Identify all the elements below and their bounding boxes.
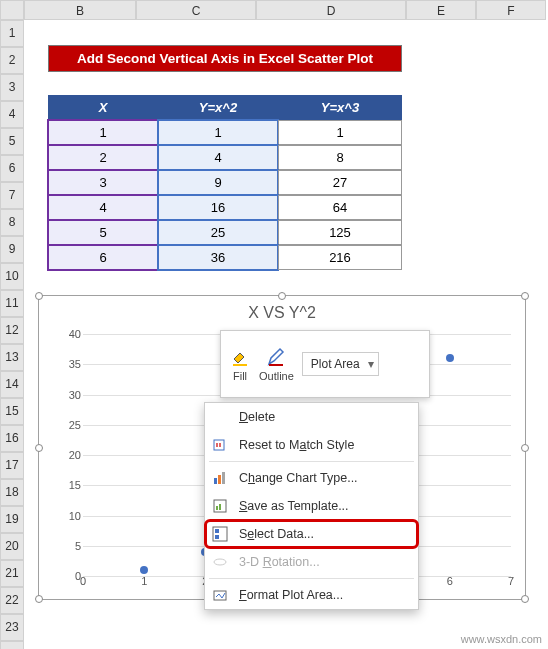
- menu-label: 3-D Rotation...: [239, 555, 320, 569]
- menu-label: Format Plot Area...: [239, 588, 343, 602]
- menu-item-delete[interactable]: Delete: [205, 403, 418, 431]
- row-header[interactable]: 1: [0, 20, 24, 47]
- row-header[interactable]: 7: [0, 182, 24, 209]
- col-header-c[interactable]: C: [136, 0, 256, 20]
- menu-item-format-plot-area[interactable]: Format Plot Area...: [205, 581, 418, 609]
- row-header[interactable]: 22: [0, 587, 24, 614]
- table-cell[interactable]: 4: [48, 195, 158, 220]
- row-header[interactable]: 10: [0, 263, 24, 290]
- watermark: www.wsxdn.com: [461, 633, 542, 645]
- y-tick-label: 40: [69, 328, 81, 340]
- chart-element-select[interactable]: Plot Area: [302, 352, 379, 376]
- table-cell[interactable]: 3: [48, 170, 158, 195]
- row-header[interactable]: 5: [0, 128, 24, 155]
- fill-label: Fill: [233, 370, 247, 382]
- table-cell[interactable]: 36: [158, 245, 278, 270]
- row-header[interactable]: 23: [0, 614, 24, 641]
- table-cell[interactable]: 27: [278, 170, 402, 195]
- table-cell[interactable]: 1: [48, 120, 158, 145]
- row-header[interactable]: 18: [0, 479, 24, 506]
- row-header[interactable]: 11: [0, 290, 24, 317]
- x-tick-label: 0: [80, 575, 86, 587]
- row-header[interactable]: 12: [0, 317, 24, 344]
- data-table: X Y=x^2 Y=x^3 111 248 3927 41664 525125 …: [48, 95, 402, 270]
- table-cell[interactable]: 125: [278, 220, 402, 245]
- table-cell[interactable]: 6: [48, 245, 158, 270]
- table-cell[interactable]: 216: [278, 245, 402, 270]
- data-point[interactable]: [446, 354, 454, 362]
- menu-item-change-chart-type[interactable]: Change Chart Type...: [205, 464, 418, 492]
- fill-button[interactable]: Fill: [229, 346, 251, 382]
- col-header-e[interactable]: E: [406, 0, 476, 20]
- row-header[interactable]: 3: [0, 74, 24, 101]
- y-tick-label: 35: [69, 358, 81, 370]
- outline-label: Outline: [259, 370, 294, 382]
- resize-handle[interactable]: [35, 444, 43, 452]
- row-header[interactable]: 8: [0, 209, 24, 236]
- svg-rect-7: [216, 506, 218, 510]
- row-header[interactable]: 13: [0, 344, 24, 371]
- menu-label: Reset to Match Style: [239, 438, 354, 452]
- resize-handle[interactable]: [278, 292, 286, 300]
- y-tick-label: 15: [69, 479, 81, 491]
- table-cell[interactable]: 16: [158, 195, 278, 220]
- resize-handle[interactable]: [521, 292, 529, 300]
- pen-icon: [265, 346, 287, 368]
- resize-handle[interactable]: [521, 595, 529, 603]
- table-cell[interactable]: 5: [48, 220, 158, 245]
- format-icon: [211, 586, 229, 604]
- row-header[interactable]: 14: [0, 371, 24, 398]
- menu-item-3d-rotation: 3-D Rotation...: [205, 548, 418, 576]
- table-cell[interactable]: 9: [158, 170, 278, 195]
- svg-rect-10: [215, 529, 219, 533]
- resize-handle[interactable]: [35, 595, 43, 603]
- y-tick-label: 30: [69, 389, 81, 401]
- chart-title[interactable]: X VS Y^2: [39, 296, 525, 326]
- row-header[interactable]: 2: [0, 47, 24, 74]
- resize-handle[interactable]: [521, 444, 529, 452]
- row-header[interactable]: 20: [0, 533, 24, 560]
- table-cell[interactable]: 4: [158, 145, 278, 170]
- col-header-b[interactable]: B: [24, 0, 136, 20]
- menu-item-reset-style[interactable]: Reset to Match Style: [205, 431, 418, 459]
- row-header[interactable]: 6: [0, 155, 24, 182]
- table-header-y3[interactable]: Y=x^3: [278, 95, 402, 120]
- menu-label: Change Chart Type...: [239, 471, 358, 485]
- menu-separator: [209, 461, 414, 462]
- row-header[interactable]: 4: [0, 101, 24, 128]
- col-header-f[interactable]: F: [476, 0, 546, 20]
- svg-rect-0: [233, 364, 247, 366]
- table-cell[interactable]: 8: [278, 145, 402, 170]
- resize-handle[interactable]: [35, 292, 43, 300]
- row-header[interactable]: 15: [0, 398, 24, 425]
- table-cell[interactable]: 25: [158, 220, 278, 245]
- menu-label: Delete: [239, 410, 275, 424]
- svg-rect-4: [218, 475, 221, 484]
- table-header-y2[interactable]: Y=x^2: [158, 95, 278, 120]
- outline-button[interactable]: Outline: [259, 346, 294, 382]
- row-header[interactable]: 9: [0, 236, 24, 263]
- table-cell[interactable]: 64: [278, 195, 402, 220]
- page-title-banner: Add Second Vertical Axis in Excel Scatte…: [48, 45, 402, 72]
- table-cell[interactable]: 1: [278, 120, 402, 145]
- menu-item-select-data[interactable]: Select Data...: [205, 520, 418, 548]
- row-header[interactable]: 21: [0, 560, 24, 587]
- menu-separator: [209, 578, 414, 579]
- table-cell[interactable]: 2: [48, 145, 158, 170]
- table-cell[interactable]: 1: [158, 120, 278, 145]
- row-header[interactable]: 19: [0, 506, 24, 533]
- grid-corner[interactable]: [0, 0, 24, 20]
- row-header[interactable]: 24: [0, 641, 24, 649]
- svg-rect-2: [214, 440, 224, 450]
- row-headers: 1 2 3 4 5 6 7 8 9 10 11 12 13 14 15 16 1…: [0, 20, 24, 649]
- data-point[interactable]: [140, 566, 148, 574]
- paint-bucket-icon: [229, 346, 251, 368]
- row-header[interactable]: 17: [0, 452, 24, 479]
- col-header-d[interactable]: D: [256, 0, 406, 20]
- svg-rect-8: [219, 504, 221, 510]
- chart-mini-toolbar: Fill Outline Plot Area: [220, 330, 430, 398]
- row-header[interactable]: 16: [0, 425, 24, 452]
- table-header-x[interactable]: X: [48, 95, 158, 120]
- menu-item-save-template[interactable]: Save as Template...: [205, 492, 418, 520]
- blank-icon: [211, 408, 229, 426]
